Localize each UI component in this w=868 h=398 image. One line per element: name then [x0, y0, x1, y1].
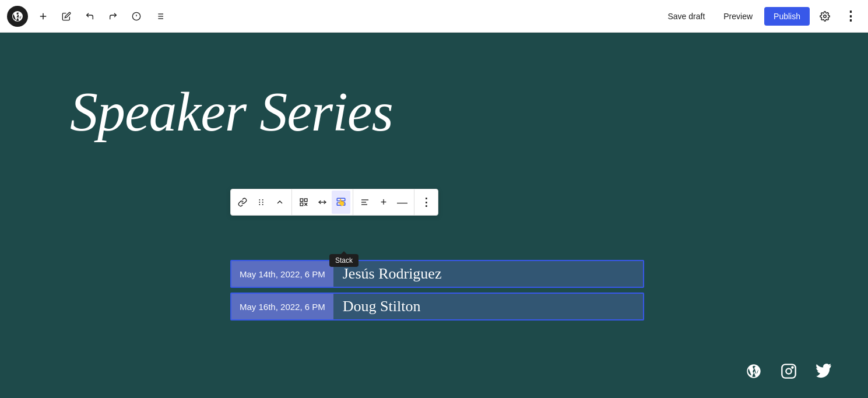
block-toolbar-group-4: ⋮ — [414, 189, 438, 215]
info-button[interactable] — [126, 6, 147, 27]
svg-rect-29 — [782, 364, 795, 378]
block-link-button[interactable] — [233, 191, 252, 214]
block-toolbar-group-1 — [231, 189, 291, 215]
wordpress-social-icon[interactable] — [744, 362, 763, 381]
name-cell-1: Jesús Rodriguez — [333, 261, 643, 287]
settings-button[interactable] — [814, 6, 835, 27]
options-button[interactable]: ⋮ — [840, 6, 861, 27]
svg-point-17 — [262, 204, 263, 205]
editor-canvas: Speaker Series — [0, 33, 868, 398]
name-cell-2: Doug Stilton — [333, 294, 643, 319]
content-rows: May 14th, 2022, 6 PM Jesús Rodriguez May… — [230, 260, 644, 320]
edit-button[interactable] — [56, 6, 77, 27]
svg-point-15 — [262, 202, 263, 203]
block-stack-button[interactable]: 👆 — [332, 191, 350, 214]
svg-point-11 — [824, 15, 827, 17]
save-draft-button[interactable]: Save draft — [660, 8, 712, 24]
preview-button[interactable]: Preview — [716, 8, 760, 24]
date-cell-2: May 16th, 2022, 6 PM — [231, 294, 333, 319]
page-title: Speaker Series — [70, 79, 393, 144]
block-drag-button[interactable] — [252, 191, 270, 214]
social-icons — [744, 362, 833, 381]
publish-button[interactable]: Publish — [764, 7, 810, 26]
block-toolbar-group-2: 👆 — [291, 189, 353, 215]
svg-point-31 — [792, 367, 793, 368]
table-row: May 14th, 2022, 6 PM Jesús Rodriguez — [230, 260, 644, 288]
svg-rect-19 — [304, 199, 307, 202]
svg-point-13 — [262, 199, 263, 200]
instagram-social-icon[interactable] — [779, 362, 798, 381]
svg-rect-18 — [300, 199, 303, 202]
redo-button[interactable] — [103, 6, 124, 27]
top-toolbar: Save draft Preview Publish ⋮ — [0, 0, 868, 33]
block-move-button[interactable] — [270, 191, 289, 214]
wordpress-logo[interactable] — [7, 6, 28, 27]
table-row: May 16th, 2022, 6 PM Doug Stilton — [230, 293, 644, 320]
twitter-social-icon[interactable] — [814, 362, 833, 381]
block-chain-button[interactable] — [294, 191, 313, 214]
svg-point-12 — [259, 199, 260, 200]
block-justify-button[interactable] — [313, 191, 332, 214]
svg-point-14 — [259, 202, 260, 203]
block-separator-button[interactable]: — — [393, 191, 412, 214]
undo-button[interactable] — [79, 6, 100, 27]
svg-point-16 — [259, 204, 260, 205]
svg-rect-20 — [300, 203, 303, 206]
block-more-button[interactable]: ⋮ — [417, 191, 435, 214]
date-cell-1: May 14th, 2022, 6 PM — [231, 261, 333, 287]
block-add-button[interactable]: + — [374, 191, 393, 214]
block-toolbar: 👆 + — ⋮ — [230, 189, 438, 216]
block-align-left-button[interactable] — [356, 191, 374, 214]
svg-point-30 — [786, 368, 791, 374]
toolbar-right-group: Save draft Preview Publish ⋮ — [660, 6, 861, 27]
toolbar-left-group — [33, 6, 170, 27]
block-toolbar-group-3: + — — [353, 189, 414, 215]
add-block-button[interactable] — [33, 6, 54, 27]
list-view-button[interactable] — [149, 6, 170, 27]
